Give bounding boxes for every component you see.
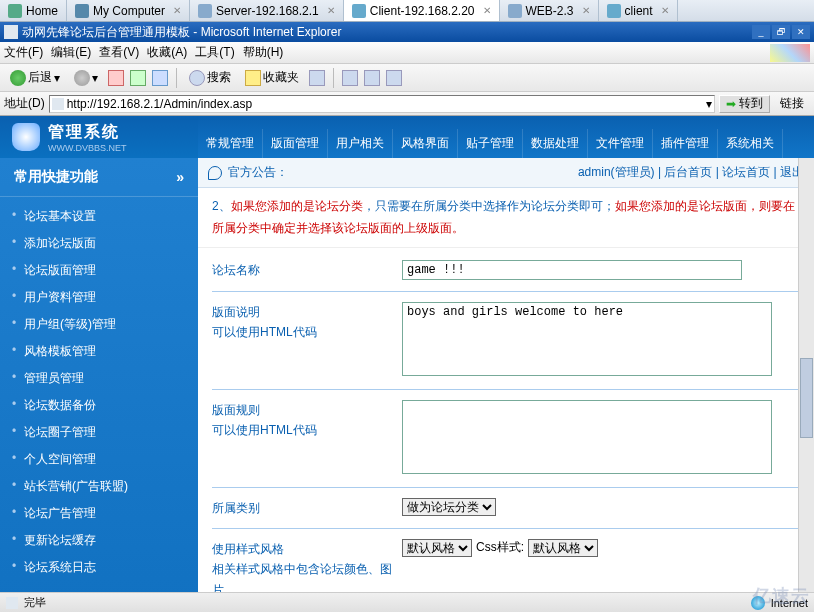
category-label: 所属类别 bbox=[212, 498, 392, 518]
ie-title-bar: 动网先锋论坛后台管理通用模板 - Microsoft Internet Expl… bbox=[0, 22, 814, 42]
history-button[interactable] bbox=[309, 70, 325, 86]
style-select[interactable]: 默认风格 bbox=[402, 539, 472, 557]
favorites-button[interactable]: 收藏夹 bbox=[241, 67, 303, 88]
address-input[interactable] bbox=[67, 97, 703, 111]
nav-item[interactable]: 版面管理 bbox=[263, 129, 328, 158]
vm-tab[interactable]: client✕ bbox=[599, 0, 678, 21]
sidebar-header[interactable]: 常用快捷功能 » bbox=[0, 158, 198, 197]
stop-button[interactable] bbox=[108, 70, 124, 86]
vm-tab[interactable]: Client-192.168.2.20✕ bbox=[344, 0, 500, 21]
address-label: 地址(D) bbox=[4, 95, 45, 112]
back-icon bbox=[10, 70, 26, 86]
nav-item[interactable]: 文件管理 bbox=[588, 129, 653, 158]
sidebar-item[interactable]: 论坛广告管理 bbox=[0, 500, 198, 527]
ie-favicon-icon bbox=[4, 25, 18, 39]
address-bar: 地址(D) ▾ ➡ 转到 链接 bbox=[0, 92, 814, 116]
ie-menu-item[interactable]: 收藏(A) bbox=[147, 44, 187, 61]
nav-item[interactable]: 数据处理 bbox=[523, 129, 588, 158]
nav-item[interactable]: 系统相关 bbox=[718, 129, 783, 158]
vm-tab[interactable]: Home bbox=[0, 0, 67, 21]
window-minimize-button[interactable]: _ bbox=[752, 25, 770, 39]
home-button[interactable] bbox=[152, 70, 168, 86]
ie-menu-item[interactable]: 查看(V) bbox=[99, 44, 139, 61]
ie-menu-item[interactable]: 文件(F) bbox=[4, 44, 43, 61]
shield-icon bbox=[12, 123, 40, 151]
forum-desc-textarea[interactable]: boys and girls welcome to here bbox=[402, 302, 772, 376]
backend-home-link[interactable]: 后台首页 bbox=[664, 165, 712, 179]
ie-toolbar: 后退 ▾ ▾ 搜索 收藏夹 bbox=[0, 64, 814, 92]
back-button[interactable]: 后退 ▾ bbox=[6, 67, 64, 88]
go-button[interactable]: ➡ 转到 bbox=[719, 95, 770, 113]
sidebar-item[interactable]: 风格模板管理 bbox=[0, 338, 198, 365]
forward-button[interactable]: ▾ bbox=[70, 68, 102, 88]
sidebar-item[interactable]: 用户资料管理 bbox=[0, 284, 198, 311]
sidebar-item[interactable]: 论坛系统日志 bbox=[0, 554, 198, 581]
sidebar-item[interactable]: 用户组(等级)管理 bbox=[0, 311, 198, 338]
sidebar-item[interactable]: 站长营销(广告联盟) bbox=[0, 473, 198, 500]
css-select[interactable]: 默认风格 bbox=[528, 539, 598, 557]
vm-tab[interactable]: WEB-2.3✕ bbox=[500, 0, 599, 21]
separator bbox=[333, 68, 334, 88]
user-link[interactable]: admin bbox=[578, 165, 611, 179]
announce-right: admin(管理员) | 后台首页 | 论坛首页 | 退出 bbox=[578, 164, 804, 181]
tab-icon bbox=[607, 4, 621, 18]
close-icon[interactable]: ✕ bbox=[483, 5, 491, 16]
ie-logo-icon bbox=[770, 44, 810, 62]
refresh-button[interactable] bbox=[130, 70, 146, 86]
forum-name-input[interactable] bbox=[402, 260, 742, 280]
ie-menu-item[interactable]: 工具(T) bbox=[195, 44, 234, 61]
scroll-thumb[interactable] bbox=[800, 358, 813, 438]
sidebar-item[interactable]: 论坛圈子管理 bbox=[0, 419, 198, 446]
content-area: 官方公告： admin(管理员) | 后台首页 | 论坛首页 | 退出 2、如果… bbox=[198, 158, 814, 612]
search-button[interactable]: 搜索 bbox=[185, 67, 235, 88]
sidebar-item[interactable]: 添加论坛版面 bbox=[0, 230, 198, 257]
close-icon[interactable]: ✕ bbox=[582, 5, 590, 16]
close-icon[interactable]: ✕ bbox=[327, 5, 335, 16]
sidebar-item[interactable]: 管理员管理 bbox=[0, 365, 198, 392]
sidebar-item[interactable]: 论坛数据备份 bbox=[0, 392, 198, 419]
edit-button[interactable] bbox=[386, 70, 402, 86]
tab-label: Server-192.168.2.1 bbox=[216, 4, 319, 18]
close-icon[interactable]: ✕ bbox=[661, 5, 669, 16]
forum-home-link[interactable]: 论坛首页 bbox=[722, 165, 770, 179]
dropdown-icon[interactable]: ▾ bbox=[706, 97, 712, 111]
status-text: 完毕 bbox=[24, 595, 46, 610]
nav-item[interactable]: 用户相关 bbox=[328, 129, 393, 158]
divider bbox=[212, 389, 800, 390]
nav-item[interactable]: 常规管理 bbox=[198, 129, 263, 158]
category-select[interactable]: 做为论坛分类 bbox=[402, 498, 496, 516]
vm-tab[interactable]: Server-192.168.2.1✕ bbox=[190, 0, 344, 21]
tab-icon bbox=[508, 4, 522, 18]
tab-icon bbox=[352, 4, 366, 18]
sidebar-item[interactable]: 更新论坛缓存 bbox=[0, 527, 198, 554]
ie-menu-item[interactable]: 帮助(H) bbox=[243, 44, 284, 61]
admin-logo: 管理系统 WWW.DVBBS.NET bbox=[0, 116, 198, 158]
tab-label: My Computer bbox=[93, 4, 165, 18]
ie-menu-item[interactable]: 编辑(E) bbox=[51, 44, 91, 61]
mail-button[interactable] bbox=[342, 70, 358, 86]
window-close-button[interactable]: ✕ bbox=[792, 25, 810, 39]
close-icon[interactable]: ✕ bbox=[173, 5, 181, 16]
form-row-name: 论坛名称 bbox=[198, 254, 814, 286]
nav-item[interactable]: 插件管理 bbox=[653, 129, 718, 158]
globe-icon bbox=[751, 596, 765, 610]
vm-tabs-bar: HomeMy Computer✕Server-192.168.2.1✕Clien… bbox=[0, 0, 814, 22]
sidebar-item[interactable]: 论坛基本设置 bbox=[0, 203, 198, 230]
form-row-category: 所属类别 做为论坛分类 bbox=[198, 492, 814, 524]
notice-red-a: 如果您添加的是论坛分类 bbox=[231, 199, 363, 213]
ie-menu-bar: 文件(F)编辑(E)查看(V)收藏(A)工具(T)帮助(H) bbox=[0, 42, 814, 64]
forum-rules-textarea[interactable] bbox=[402, 400, 772, 474]
page-icon bbox=[52, 98, 64, 110]
vm-tab[interactable]: My Computer✕ bbox=[67, 0, 190, 21]
tab-icon bbox=[8, 4, 22, 18]
print-button[interactable] bbox=[364, 70, 380, 86]
window-restore-button[interactable]: 🗗 bbox=[772, 25, 790, 39]
nav-item[interactable]: 风格界面 bbox=[393, 129, 458, 158]
sidebar-item[interactable]: 论坛版面管理 bbox=[0, 257, 198, 284]
nav-item[interactable]: 贴子管理 bbox=[458, 129, 523, 158]
tab-icon bbox=[75, 4, 89, 18]
address-box[interactable]: ▾ bbox=[49, 95, 715, 113]
links-button[interactable]: 链接 bbox=[774, 95, 810, 112]
sidebar-item[interactable]: 个人空间管理 bbox=[0, 446, 198, 473]
scrollbar-vertical[interactable] bbox=[798, 158, 814, 612]
